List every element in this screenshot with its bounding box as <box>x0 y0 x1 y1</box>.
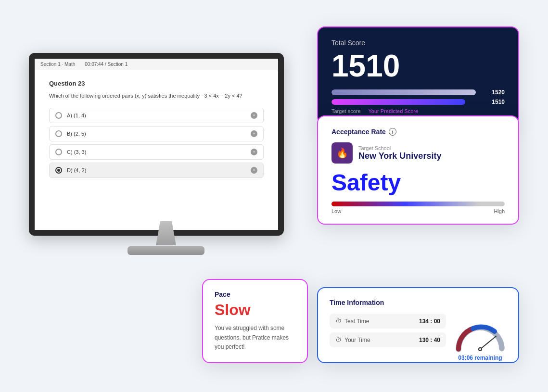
bar-high: High <box>494 208 505 214</box>
test-time-label: ⏱ Test Time <box>335 317 369 325</box>
clock-icon-2: ⏱ <box>335 336 342 343</box>
option-dismiss[interactable]: × <box>251 112 257 119</box>
question-title: Question 23 <box>49 80 264 87</box>
option-label: C) (3, 3) <box>67 149 86 155</box>
target-bar-track <box>331 89 484 95</box>
radio-circle <box>55 112 62 119</box>
svg-line-0 <box>480 336 496 349</box>
pace-description: You've struggled with some questions, bu… <box>215 324 295 352</box>
gauge-remaining: 03:06 remaining <box>454 354 507 361</box>
school-info: Target School New York University <box>358 145 441 161</box>
screen-header: Section 1 · Math 00:07:44 / Section 1 <box>35 59 278 70</box>
monitor: Section 1 · Math 00:07:44 / Section 1 Qu… <box>29 53 303 260</box>
predicted-bar-label: 1510 <box>487 99 505 105</box>
predicted-bar-fill <box>331 99 465 105</box>
answer-option[interactable]: A) (1, 4)× <box>49 108 264 123</box>
school-name: New York University <box>358 151 441 161</box>
time-card-inner: ⏱ Test Time 134 : 00 ⏱ Your Time 130 : 4… <box>330 313 507 352</box>
info-icon: i <box>389 128 396 136</box>
predicted-bar-track <box>331 99 484 105</box>
answer-option[interactable]: C) (3, 3)× <box>49 144 264 160</box>
target-bar-fill <box>331 89 476 95</box>
svg-point-2 <box>479 348 481 350</box>
score-card-title: Total Score <box>331 39 505 47</box>
school-label: Target School <box>358 145 441 151</box>
acceptance-bar <box>331 202 505 206</box>
legend-target: Target score <box>331 108 361 114</box>
option-dismiss[interactable]: × <box>251 167 257 174</box>
pace-title: Pace <box>215 291 295 298</box>
test-time-row: ⏱ Test Time 134 : 00 <box>330 314 446 329</box>
acceptance-bar-labels: Low High <box>331 208 505 214</box>
time-card: Time Information ⏱ Test Time 134 : 00 ⏱ … <box>317 287 519 363</box>
acceptance-card: Acceptance Rate i 🔥 Target School New Yo… <box>317 115 519 225</box>
time-card-title: Time Information <box>330 299 507 306</box>
option-dismiss[interactable]: × <box>251 149 257 155</box>
bar-legend: Target score Your Predicted Score <box>331 108 505 114</box>
time-rows: ⏱ Test Time 134 : 00 ⏱ Your Time 130 : 4… <box>330 314 446 351</box>
section-label: Section 1 · Math <box>40 62 75 67</box>
monitor-screen: Section 1 · Math 00:07:44 / Section 1 Qu… <box>29 53 284 236</box>
score-card: Total Score 1510 1520 1510 Target score … <box>317 26 519 125</box>
answer-options: A) (1, 4)×B) (2, 5)×C) (3, 3)×D) (4, 2)× <box>49 108 264 178</box>
option-dismiss[interactable]: × <box>251 130 257 137</box>
answer-option[interactable]: D) (4, 2)× <box>49 163 264 178</box>
radio-circle <box>55 149 62 155</box>
your-time-label: ⏱ Your Time <box>335 336 370 343</box>
school-logo: 🔥 <box>331 142 353 164</box>
option-label: D) (4, 2) <box>67 167 86 173</box>
score-number: 1510 <box>331 51 505 81</box>
option-label: A) (1, 4) <box>67 113 86 118</box>
timer-label: 00:07:44 / Section 1 <box>85 62 127 67</box>
target-bar-row: 1520 <box>331 89 505 96</box>
answer-option[interactable]: B) (2, 5)× <box>49 126 264 141</box>
radio-circle <box>55 167 62 174</box>
score-bars: 1520 1510 <box>331 89 505 105</box>
acceptance-title: Acceptance Rate i <box>331 128 505 136</box>
pace-value: Slow <box>215 301 295 319</box>
radio-circle <box>55 130 62 137</box>
gauge-container: 03:06 remaining <box>454 313 507 352</box>
bar-low: Low <box>331 208 341 214</box>
screen-content: Question 23 Which of the following order… <box>35 70 278 230</box>
test-time-value: 134 : 00 <box>419 318 440 325</box>
pace-card: Pace Slow You've struggled with some que… <box>202 279 308 363</box>
your-time-row: ⏱ Your Time 130 : 40 <box>330 332 446 347</box>
your-time-value: 130 : 40 <box>419 337 440 343</box>
monitor-base <box>127 246 204 255</box>
option-label: B) (2, 5) <box>67 131 86 137</box>
safety-label: Safety <box>331 169 505 196</box>
predicted-bar-row: 1510 <box>331 99 505 105</box>
clock-icon-1: ⏱ <box>335 317 342 325</box>
gauge-svg <box>454 313 507 352</box>
legend-predicted: Your Predicted Score <box>369 108 419 114</box>
question-text: Which of the following ordered pairs (x,… <box>49 92 264 100</box>
target-bar-label: 1520 <box>487 89 505 96</box>
school-row: 🔥 Target School New York University <box>331 142 505 164</box>
